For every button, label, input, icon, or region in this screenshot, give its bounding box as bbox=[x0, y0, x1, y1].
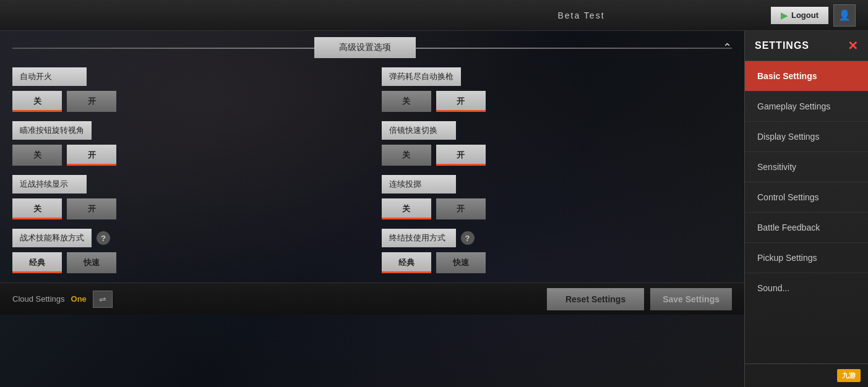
toggle-btn-melee_display-1[interactable]: 开 bbox=[67, 198, 116, 219]
save-settings-button[interactable]: Save Settings bbox=[650, 288, 732, 310]
logout-label: Logout bbox=[791, 11, 819, 20]
user-icon: 👤 bbox=[838, 9, 851, 21]
toggle-group-scope_switch: 关开 bbox=[382, 145, 733, 166]
advanced-settings-header: 高级设置选项 ⌃ bbox=[12, 37, 732, 58]
sidebar-item-gameplay[interactable]: Gameplay Settings bbox=[745, 91, 868, 122]
sidebar-item-sensitivity[interactable]: Sensitivity bbox=[745, 152, 868, 182]
settings-grid: 自动开火关开弹药耗尽自动换枪关开瞄准按钮旋转视角关开倍镜快速切换关开近战持续显示… bbox=[12, 67, 732, 273]
top-bar: Beta Test ▶ Logout 👤 bbox=[0, 0, 868, 31]
toggle-btn-auto_switch-0[interactable]: 关 bbox=[382, 91, 431, 112]
user-icon-button[interactable]: 👤 bbox=[833, 4, 856, 27]
toggle-btn-final_skill-1[interactable]: 快速 bbox=[436, 252, 486, 273]
toggle-group-final_skill: 经典快速 bbox=[382, 252, 733, 273]
toggle-btn-aim_rotate-1[interactable]: 开 bbox=[67, 145, 116, 166]
setting-label-aim_rotate: 瞄准按钮旋转视角 bbox=[12, 121, 92, 140]
setting-item-aim_rotate: 瞄准按钮旋转视角关开 bbox=[12, 121, 363, 166]
reset-settings-button[interactable]: Reset Settings bbox=[547, 288, 644, 310]
toggle-btn-scope_switch-1[interactable]: 开 bbox=[436, 145, 486, 166]
toggle-group-continuous_throw: 关开 bbox=[382, 198, 733, 219]
toggle-btn-final_skill-0[interactable]: 经典 bbox=[382, 252, 431, 273]
setting-item-scope_switch: 倍镜快速切换关开 bbox=[382, 121, 733, 166]
toggle-btn-auto_switch-1[interactable]: 开 bbox=[436, 91, 486, 112]
sidebar-item-control[interactable]: Control Settings bbox=[745, 182, 868, 213]
sidebar-item-pickup[interactable]: Pickup Settings bbox=[745, 243, 868, 273]
setting-label-melee_display: 近战持续显示 bbox=[12, 175, 87, 194]
setting-label-tactical_skill: 战术技能释放方式 bbox=[12, 229, 92, 247]
setting-label-auto_switch: 弹药耗尽自动换枪 bbox=[382, 67, 461, 86]
toggle-btn-aim_rotate-0[interactable]: 关 bbox=[12, 145, 62, 166]
sidebar-item-display[interactable]: Display Settings bbox=[745, 122, 868, 152]
cloud-value: One bbox=[71, 294, 87, 304]
sidebar-item-battle[interactable]: Battle Feedback bbox=[745, 213, 868, 243]
setting-label-auto_fire: 自动开火 bbox=[12, 67, 87, 86]
toggle-btn-continuous_throw-1[interactable]: 开 bbox=[436, 198, 486, 219]
toggle-btn-scope_switch-0[interactable]: 关 bbox=[382, 145, 431, 166]
toggle-btn-tactical_skill-1[interactable]: 快速 bbox=[67, 252, 116, 273]
toggle-btn-tactical_skill-0[interactable]: 经典 bbox=[12, 252, 62, 273]
setting-label-scope_switch: 倍镜快速切换 bbox=[382, 121, 456, 140]
advanced-settings-label: 高级设置选项 bbox=[314, 37, 416, 58]
setting-label-continuous_throw: 连续投掷 bbox=[382, 175, 456, 194]
main-content: 高级设置选项 ⌃ 自动开火关开弹药耗尽自动换枪关开瞄准按钮旋转视角关开倍镜快速切… bbox=[0, 31, 868, 387]
help-icon-tactical_skill[interactable]: ? bbox=[97, 231, 110, 245]
sidebar-nav: Basic SettingsGameplay SettingsDisplay S… bbox=[745, 61, 868, 364]
toggle-group-aim_rotate: 关开 bbox=[12, 145, 363, 166]
bottom-buttons: Reset Settings Save Settings bbox=[547, 288, 732, 310]
sidebar-header: SETTINGS ✕ bbox=[745, 31, 868, 61]
toggle-btn-melee_display-0[interactable]: 关 bbox=[12, 198, 62, 219]
left-panel: 高级设置选项 ⌃ 自动开火关开弹药耗尽自动换枪关开瞄准按钮旋转视角关开倍镜快速切… bbox=[0, 31, 744, 387]
toggle-group-auto_fire: 关开 bbox=[12, 91, 363, 112]
logo-area: 九游 bbox=[745, 364, 868, 387]
setting-label-final_skill: 终结技使用方式 bbox=[382, 229, 456, 247]
close-icon[interactable]: ✕ bbox=[848, 38, 858, 53]
setting-item-continuous_throw: 连续投掷关开 bbox=[382, 175, 733, 219]
cloud-settings-button[interactable]: ⇌ bbox=[93, 291, 113, 308]
logout-button[interactable]: ▶ Logout bbox=[771, 7, 828, 24]
help-icon-final_skill[interactable]: ? bbox=[461, 231, 475, 245]
right-sidebar: SETTINGS ✕ Basic SettingsGameplay Settin… bbox=[744, 31, 868, 387]
setting-item-auto_switch: 弹药耗尽自动换枪关开 bbox=[382, 67, 733, 112]
sidebar-item-basic[interactable]: Basic Settings bbox=[745, 61, 868, 91]
toggle-btn-auto_fire-1[interactable]: 开 bbox=[67, 91, 116, 112]
bottom-bar: Cloud Settings One ⇌ Reset Settings Save… bbox=[0, 283, 744, 315]
cloud-settings: Cloud Settings One ⇌ bbox=[12, 291, 113, 308]
toggle-btn-auto_fire-0[interactable]: 关 bbox=[12, 91, 62, 112]
sidebar-item-sound[interactable]: Sound... bbox=[745, 273, 868, 303]
setting-item-final_skill: 终结技使用方式?经典快速 bbox=[382, 229, 733, 273]
sidebar-title: SETTINGS bbox=[755, 40, 809, 51]
logo-badge: 九游 bbox=[837, 369, 861, 382]
toggle-group-melee_display: 关开 bbox=[12, 198, 363, 219]
toggle-group-auto_switch: 关开 bbox=[382, 91, 733, 112]
advanced-settings-arrow[interactable]: ⌃ bbox=[723, 41, 732, 54]
setting-item-tactical_skill: 战术技能释放方式?经典快速 bbox=[12, 229, 363, 273]
setting-item-melee_display: 近战持续显示关开 bbox=[12, 175, 363, 219]
toggle-btn-continuous_throw-0[interactable]: 关 bbox=[382, 198, 431, 219]
app-title: Beta Test bbox=[392, 11, 771, 20]
top-bar-right: ▶ Logout 👤 bbox=[771, 4, 856, 27]
setting-item-auto_fire: 自动开火关开 bbox=[12, 67, 363, 112]
cloud-settings-label: Cloud Settings bbox=[12, 294, 65, 304]
transfer-icon: ⇌ bbox=[99, 294, 106, 304]
play-icon: ▶ bbox=[781, 11, 788, 20]
toggle-group-tactical_skill: 经典快速 bbox=[12, 252, 363, 273]
